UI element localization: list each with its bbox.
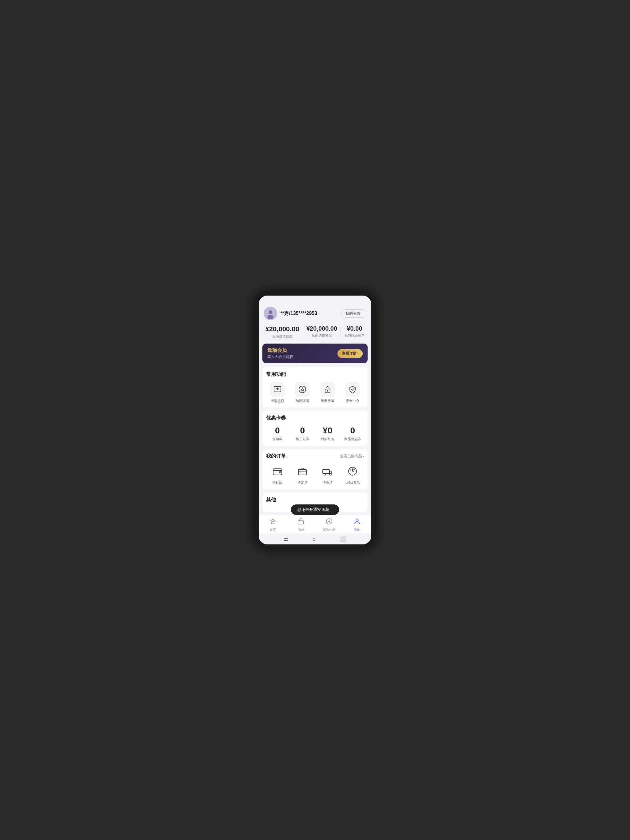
order-label-pending-payment: 待付款 <box>272 480 283 485</box>
svg-marker-5 <box>300 388 304 391</box>
order-label-pending-shipment: 待发货 <box>297 480 308 485</box>
android-back-button[interactable]: ⬜ <box>340 535 347 542</box>
home-icon <box>269 518 276 527</box>
coupons-title: 优惠卡券 <box>266 415 364 422</box>
view-more-button[interactable]: 查看已购商品 › <box>340 454 364 459</box>
level-chevron-icon: › <box>361 311 362 316</box>
nav-label-shop: 商城 <box>298 528 304 532</box>
coupon-count-redpacket: ¥0 <box>323 426 332 436</box>
profile-name[interactable]: **秀/135****2953 › <box>280 310 320 317</box>
func-label-security: 安全中心 <box>346 399 359 403</box>
func-label-privacy: 隐私政策 <box>321 399 335 403</box>
func-item-settlement[interactable]: 结清证明 <box>291 382 314 403</box>
android-nav: ☰ ⌂ ⬜ <box>259 533 371 545</box>
svg-rect-16 <box>298 521 304 524</box>
pending-label: 我的待还账单 <box>344 333 365 338</box>
orders-title: 我的订单 <box>266 453 286 459</box>
order-label-refund: 退款/售后 <box>346 480 360 485</box>
bottom-nav: 首页 商城 <box>259 515 371 533</box>
coupon-item-financial[interactable]: 0 金融券 <box>266 426 289 441</box>
order-grid: 待付款 待发货 <box>266 464 364 485</box>
order-item-pending-payment[interactable]: 待付款 <box>266 464 289 485</box>
func-item-privacy[interactable]: 隐私政策 <box>316 382 339 403</box>
box-icon <box>295 464 310 478</box>
svg-rect-10 <box>298 469 306 475</box>
func-item-security[interactable]: 安全中心 <box>341 382 364 403</box>
lock-icon <box>320 382 335 397</box>
nav-item-mine[interactable]: 我的 <box>343 518 372 532</box>
nav-label-mine: 我的 <box>354 528 360 532</box>
func-grid: 申请提额 结清证明 <box>266 382 364 403</box>
common-functions-title: 常用功能 <box>266 371 364 378</box>
coupons-card: 优惠卡券 0 金融券 0 第三方券 ¥0 我的红包 0 商品优惠券 <box>262 411 368 446</box>
coupon-count-financial: 0 <box>275 426 280 436</box>
nav-item-life[interactable]: 安逸生活 <box>315 518 343 532</box>
loan-amount: ¥20,000.00 <box>265 325 299 333</box>
svg-rect-9 <box>279 472 281 473</box>
func-label-settlement: 结清证明 <box>295 399 309 403</box>
vip-title: 逸骊会员 <box>267 347 293 354</box>
level-button[interactable]: 我的等级 › <box>341 309 366 318</box>
nav-item-home[interactable]: 首页 <box>259 518 287 532</box>
coupon-count-third-party: 0 <box>300 426 305 436</box>
shopping-balance[interactable]: ¥20,000.00 最高购物额度 <box>306 325 337 339</box>
profile-left: **秀/135****2953 › <box>264 307 320 320</box>
order-item-refund[interactable]: 退款/售后 <box>341 464 364 485</box>
coupon-item-redpacket[interactable]: ¥0 我的红包 <box>316 426 339 441</box>
refund-icon <box>345 464 360 478</box>
loan-label: 最高借款额度 <box>265 334 299 339</box>
coupon-label-third-party: 第三方券 <box>295 437 309 441</box>
coupon-label-financial: 金融券 <box>272 437 283 441</box>
balance-section: ¥20,000.00 最高借款额度 ¥20,000.00 最高购物额度 ¥0.0… <box>259 324 371 344</box>
android-home-button[interactable]: ⌂ <box>313 536 316 542</box>
profile-header: **秀/135****2953 › 我的等级 › <box>259 304 371 324</box>
vip-banner[interactable]: 逸骊会员 享六大会员特权 查看详情 › <box>262 344 368 363</box>
order-item-pending-shipment[interactable]: 待发货 <box>291 464 314 485</box>
order-item-pending-delivery[interactable]: 待收货 <box>316 464 339 485</box>
coupon-label-discount: 商品优惠券 <box>344 437 361 441</box>
truck-icon <box>320 464 335 478</box>
coupon-item-discount[interactable]: 0 商品优惠券 <box>341 426 364 441</box>
svg-point-0 <box>268 310 272 314</box>
user-icon <box>354 518 361 527</box>
vip-info: 逸骊会员 享六大会员特权 <box>267 347 293 360</box>
orders-card: 我的订单 查看已购商品 › 待付款 <box>262 449 368 489</box>
wallet-icon <box>270 464 285 478</box>
func-label-loan-increase: 申请提额 <box>271 399 284 403</box>
status-bar <box>259 295 371 304</box>
order-label-pending-delivery: 待收货 <box>322 480 333 485</box>
coupon-grid: 0 金融券 0 第三方券 ¥0 我的红包 0 商品优惠券 <box>266 426 364 441</box>
star-icon <box>295 382 310 397</box>
nav-label-life: 安逸生活 <box>323 528 335 532</box>
view-more-chevron-icon: › <box>363 454 364 459</box>
nav-label-home: 首页 <box>270 528 276 532</box>
nav-item-shop[interactable]: 商城 <box>287 518 315 532</box>
phone-screen: **秀/135****2953 › 我的等级 › ¥20,000.00 最高借款… <box>259 295 371 545</box>
phone-wrapper: **秀/135****2953 › 我的等级 › ¥20,000.00 最高借款… <box>255 292 375 548</box>
vip-detail-button[interactable]: 查看详情 › <box>338 349 363 358</box>
loan-balance[interactable]: ¥20,000.00 最高借款额度 <box>265 325 299 339</box>
svg-point-18 <box>356 519 358 521</box>
other-title: 其他 <box>266 497 364 503</box>
balance-divider-2 <box>341 326 341 338</box>
android-menu-button[interactable]: ☰ <box>283 535 288 542</box>
pending-balance[interactable]: ¥0.00 我的待还账单 <box>344 325 365 339</box>
upload-icon <box>270 382 285 397</box>
coupon-label-redpacket: 我的红包 <box>321 437 335 441</box>
coupon-count-discount: 0 <box>350 426 355 436</box>
profile-chevron-icon: › <box>318 311 320 316</box>
shopping-label: 最高购物额度 <box>306 333 337 338</box>
toast-notification: 您还未开通安逸花！ <box>291 504 339 515</box>
pending-amount: ¥0.00 <box>344 325 365 332</box>
vip-subtitle: 享六大会员特权 <box>267 354 293 360</box>
shop-icon <box>297 518 305 527</box>
svg-point-1 <box>267 315 273 319</box>
svg-rect-15 <box>272 522 274 524</box>
balance-divider-1 <box>303 326 303 338</box>
func-item-loan-increase[interactable]: 申请提额 <box>266 382 289 403</box>
coupon-item-third-party[interactable]: 0 第三方券 <box>291 426 314 441</box>
life-icon <box>325 518 333 527</box>
avatar <box>264 307 277 320</box>
shopping-amount: ¥20,000.00 <box>306 325 337 332</box>
svg-point-7 <box>327 390 328 392</box>
